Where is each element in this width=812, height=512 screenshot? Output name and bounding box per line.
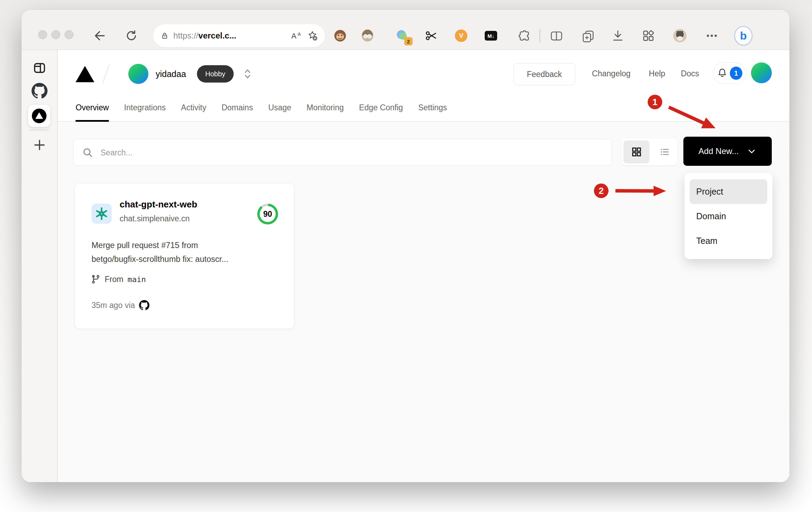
vertical-tabs-strip [21, 50, 58, 482]
search-input[interactable] [100, 139, 587, 166]
project-name[interactable]: chat-gpt-next-web [120, 199, 197, 210]
browser-essentials-button[interactable] [641, 28, 656, 43]
bing-icon: b [734, 26, 752, 45]
add-new-dropdown: Project Domain Team [684, 173, 772, 259]
bing-chat-button[interactable]: b [734, 27, 752, 45]
list-view-button[interactable] [651, 140, 677, 163]
toggle-sidebar-button[interactable] [21, 61, 57, 75]
tab-integrations[interactable]: Integrations [124, 94, 166, 121]
chevron-up-down-icon [241, 66, 254, 82]
tab-vercel-active[interactable] [28, 105, 50, 127]
vercel-dashboard: yidadaa Hobby Feedback Changelog Help Do… [58, 50, 789, 482]
breadcrumb-slash [102, 64, 110, 83]
svg-text:A: A [291, 32, 296, 40]
toolbar-divider [539, 29, 540, 43]
branch-name: main [128, 275, 146, 284]
settings-more-button[interactable] [704, 28, 719, 43]
back-arrow-icon [93, 29, 106, 43]
list-view-icon [659, 146, 670, 157]
add-favorite-star-icon[interactable] [307, 30, 318, 41]
extensions-puzzle-button[interactable] [516, 28, 531, 43]
downloads-button[interactable] [610, 28, 625, 43]
profile-avatar-button[interactable] [672, 28, 688, 43]
split-screen-button[interactable] [549, 28, 564, 43]
browser-page: yidadaa Hobby Feedback Changelog Help Do… [21, 50, 789, 482]
view-toggle [621, 138, 677, 165]
team-name[interactable]: yidadaa [156, 69, 186, 79]
markdown-icon: M↓ [485, 31, 497, 41]
deploy-meta: 35m ago via [92, 301, 135, 310]
github-source-icon [139, 300, 149, 310]
tab-usage[interactable]: Usage [268, 94, 291, 121]
cat-avatar-icon [672, 28, 688, 43]
address-bar[interactable]: https://vercel.c... A [153, 24, 325, 47]
deploy-meta-row: 35m ago via [92, 300, 149, 310]
plan-badge: Hobby [197, 65, 234, 83]
team-switcher-button[interactable] [241, 66, 254, 83]
docs-link[interactable]: Docs [681, 69, 699, 78]
refresh-button[interactable] [124, 28, 139, 43]
feedback-button[interactable]: Feedback [513, 63, 575, 85]
openai-icon [94, 206, 109, 221]
score-value: 90 [257, 204, 278, 224]
dropdown-item-project[interactable]: Project [690, 179, 767, 204]
dropdown-item-team[interactable]: Team [690, 229, 767, 253]
markdown-download-extension-icon[interactable]: M↓ [483, 28, 499, 43]
puzzle-icon [517, 29, 530, 42]
notifications-button[interactable]: 1 [713, 62, 746, 84]
tab-github[interactable] [21, 83, 57, 99]
collections-button[interactable] [580, 28, 596, 43]
apps-grid-icon [642, 29, 655, 42]
back-button[interactable] [92, 28, 107, 43]
dropdown-item-domain[interactable]: Domain [690, 204, 767, 229]
help-link[interactable]: Help [649, 69, 665, 78]
branch-label: From [105, 275, 123, 284]
url-scheme: https:// [173, 31, 198, 40]
traffic-light-minimize-button[interactable] [51, 30, 60, 39]
project-domain[interactable]: chat.simplenaive.cn [120, 214, 190, 223]
avatar-extension-icon[interactable] [360, 28, 375, 43]
bell-icon [717, 67, 728, 79]
lock-icon [160, 31, 169, 40]
collections-add-icon [581, 29, 595, 42]
changelog-link[interactable]: Changelog [592, 69, 630, 78]
project-logo [92, 204, 112, 224]
traffic-light-close-button[interactable] [38, 30, 47, 39]
tab-edge-config[interactable]: Edge Config [359, 94, 403, 121]
annotation-step-1: 1 [648, 95, 662, 109]
vercel-logo[interactable] [76, 66, 94, 82]
github-icon [32, 83, 47, 99]
tab-activity[interactable]: Activity [181, 94, 206, 121]
read-aloud-icon[interactable]: A [291, 31, 301, 41]
team-avatar[interactable] [128, 64, 148, 84]
split-screen-icon [550, 29, 563, 42]
git-branch-icon [91, 274, 101, 284]
tab-domains[interactable]: Domains [222, 94, 253, 121]
tab-overview[interactable]: Overview [76, 94, 109, 121]
tampermonkey-extension-icon[interactable] [332, 28, 348, 43]
user-avatar[interactable] [751, 62, 772, 83]
person-glasses-icon [361, 29, 374, 43]
refresh-icon [125, 29, 138, 42]
vercel-favicon [31, 108, 47, 124]
v-extension-icon[interactable]: V [453, 28, 469, 43]
browser-toolbar: https://vercel.c... A [21, 10, 789, 50]
new-tab-button[interactable] [21, 138, 57, 152]
add-new-label: Add New... [698, 146, 738, 156]
commit-line-1: Merge pull request #715 from [92, 238, 279, 252]
translator-extension-icon[interactable]: 2 [395, 28, 410, 43]
grid-view-button[interactable] [623, 140, 649, 163]
traffic-light-zoom-button[interactable] [64, 30, 74, 39]
grid-view-icon [631, 146, 642, 157]
desktop-background: https://vercel.c... A [0, 0, 812, 512]
project-card[interactable]: chat-gpt-next-web chat.simplenaive.cn 90… [75, 183, 294, 329]
tab-settings[interactable]: Settings [418, 94, 447, 121]
score-gauge: 90 [257, 204, 278, 224]
tab-monitoring[interactable]: Monitoring [306, 94, 344, 121]
url-text[interactable]: https://vercel.c... [173, 31, 291, 41]
v-circle-icon: V [455, 29, 467, 42]
clipper-extension-icon[interactable] [424, 28, 439, 43]
chevron-down-icon [746, 146, 757, 156]
notification-count-badge: 1 [730, 67, 742, 80]
monkey-icon [333, 29, 347, 43]
